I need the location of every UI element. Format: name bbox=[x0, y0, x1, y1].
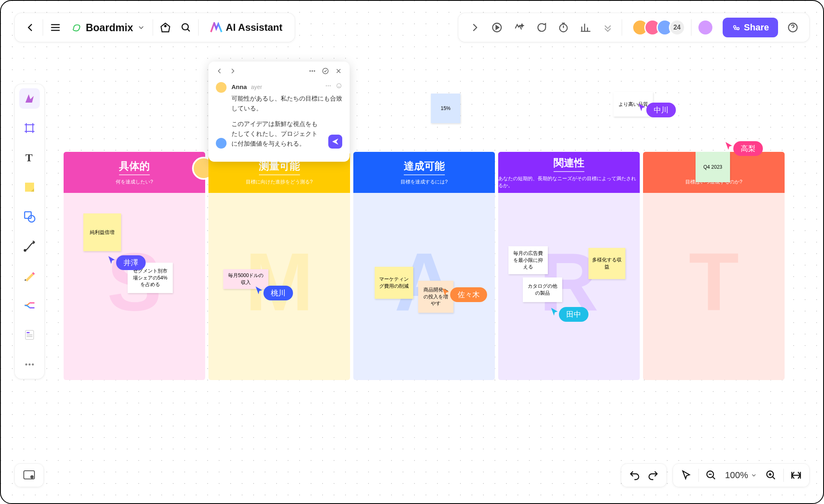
back-button[interactable] bbox=[21, 18, 40, 37]
tool-select[interactable] bbox=[19, 88, 40, 109]
svg-point-11 bbox=[24, 250, 26, 251]
svg-point-29 bbox=[330, 85, 331, 86]
avatar-extra: 24 bbox=[669, 19, 685, 36]
column-subtitle: 目標に向けた進捗をどう測る? bbox=[246, 179, 313, 186]
column-subtitle: あなたの短期的、長期的なニーズがその目標によって満たされるか。 bbox=[498, 175, 640, 189]
tool-text[interactable]: T bbox=[19, 147, 40, 168]
zoom-out-button[interactable] bbox=[702, 466, 720, 484]
sticky-note[interactable]: 15% bbox=[431, 94, 460, 123]
svg-point-17 bbox=[29, 364, 31, 366]
comment-emoji-icon[interactable] bbox=[336, 82, 342, 92]
search-button[interactable] bbox=[176, 18, 196, 37]
share-label: Share bbox=[744, 22, 769, 33]
column-s[interactable]: 具体的何を達成したい? S 純利益倍増 セグメント別市場シェアの54%を占める … bbox=[64, 152, 205, 380]
sticky-note[interactable]: 純利益倍増 bbox=[83, 213, 121, 251]
svg-point-26 bbox=[323, 68, 328, 74]
chart-icon[interactable] bbox=[576, 18, 595, 37]
svg-point-1 bbox=[182, 24, 188, 30]
brand-label: Boardmix bbox=[86, 22, 133, 34]
column-m[interactable]: 测量可能目標に向けた進捗をどう測る? M 毎月5000ドルの収入 桃川 bbox=[208, 152, 350, 380]
column-title: 達成可能 bbox=[404, 159, 445, 175]
ai-logo-icon bbox=[210, 22, 222, 33]
comment-close-icon[interactable] bbox=[335, 67, 342, 76]
tool-sticky[interactable] bbox=[19, 177, 40, 197]
comment-resolve-icon[interactable] bbox=[322, 67, 329, 76]
menu-button[interactable] bbox=[46, 18, 65, 37]
tool-pen[interactable] bbox=[19, 266, 40, 286]
sticky-note[interactable]: カタログの他の製品 bbox=[523, 277, 562, 302]
zoom-in-button[interactable] bbox=[762, 466, 780, 484]
tool-mindmap[interactable] bbox=[19, 295, 40, 316]
current-user-avatar[interactable] bbox=[697, 19, 714, 36]
tag-button[interactable] bbox=[156, 18, 175, 37]
ai-assistant-button[interactable]: AI Assistant bbox=[201, 22, 289, 33]
comment-author: Anna bbox=[231, 82, 247, 92]
tool-more[interactable] bbox=[19, 354, 40, 375]
column-title: 関連性 bbox=[554, 156, 584, 172]
left-toolbar: T bbox=[15, 84, 44, 379]
comment-next-icon[interactable] bbox=[229, 67, 236, 76]
comment-popup[interactable]: Anna ayer 可能性があるし、私たちの目標にも合致している。 このアイデア… bbox=[208, 62, 350, 162]
column-a[interactable]: 達成可能目標を達成するには? A 15% マーケティング費用の削減 商品開発への… bbox=[353, 152, 495, 380]
view-controls: 100% bbox=[673, 464, 809, 487]
svg-text:T: T bbox=[25, 152, 32, 164]
comment-text: 可能性があるし、私たちの目標にも合致している。 bbox=[231, 94, 342, 113]
comment-more-icon[interactable] bbox=[309, 67, 316, 76]
topbar-left: Boardmix AI Assistant bbox=[15, 13, 295, 42]
ai-assistant-label: AI Assistant bbox=[226, 22, 282, 33]
minimap-button[interactable] bbox=[15, 464, 43, 487]
column-t[interactable]: 期限目標はいつ達成するのか? T より高い品質 Q4 2023 中川 高梨 bbox=[643, 152, 785, 380]
svg-point-27 bbox=[326, 85, 327, 86]
comment-avatar bbox=[216, 82, 227, 93]
column-r[interactable]: 関連性あなたの短期的、長期的なニーズがその目標によって満たされるか。 R 毎月の… bbox=[498, 152, 640, 380]
column-subtitle: 目標を達成するには? bbox=[401, 179, 448, 186]
comment-time: ayer bbox=[251, 82, 262, 92]
comment-icon[interactable] bbox=[531, 18, 551, 37]
more-tools-icon[interactable] bbox=[598, 18, 618, 37]
bottom-right-controls: 100% bbox=[621, 464, 809, 487]
cursor-sasaki: 佐々木 bbox=[441, 282, 487, 302]
redo-button[interactable] bbox=[644, 466, 662, 484]
comment-send-button[interactable] bbox=[328, 135, 342, 149]
tool-connector[interactable] bbox=[19, 236, 40, 257]
brand[interactable]: Boardmix bbox=[66, 22, 150, 34]
sticky-note[interactable]: マーケティング費用の削減 bbox=[375, 267, 413, 299]
sticky-note[interactable]: 毎月の広告費を最小限に抑える bbox=[508, 246, 548, 274]
cursor-tanaka: 田中 bbox=[550, 302, 588, 322]
fit-view-button[interactable] bbox=[787, 466, 805, 484]
board[interactable]: 具体的何を達成したい? S 純利益倍増 セグメント別市場シェアの54%を占める … bbox=[64, 152, 785, 380]
cursor-takanashi: 高梨 bbox=[724, 136, 763, 156]
play-icon[interactable] bbox=[487, 18, 507, 37]
tool-shape[interactable] bbox=[19, 206, 40, 227]
svg-rect-13 bbox=[27, 332, 30, 333]
svg-point-25 bbox=[314, 71, 315, 72]
svg-point-28 bbox=[328, 85, 329, 86]
sticky-note[interactable]: Q4 2023 bbox=[696, 152, 730, 182]
sticky-note[interactable]: 多様化する収益 bbox=[588, 248, 625, 279]
comment-avatar bbox=[216, 138, 227, 149]
cursor-nakagawa: 中川 bbox=[637, 98, 676, 117]
toolbar-prev-icon[interactable] bbox=[465, 18, 485, 37]
zoom-level[interactable]: 100% bbox=[721, 470, 761, 481]
sparkle-icon[interactable] bbox=[509, 18, 529, 37]
tool-frame[interactable] bbox=[19, 118, 40, 138]
timer-icon[interactable] bbox=[554, 18, 573, 37]
undo-redo-group bbox=[621, 464, 666, 487]
undo-button[interactable] bbox=[625, 466, 643, 484]
svg-point-30 bbox=[337, 84, 341, 88]
comment-item-more-icon[interactable] bbox=[325, 82, 332, 92]
svg-rect-14 bbox=[27, 334, 32, 335]
svg-rect-15 bbox=[27, 336, 32, 337]
tool-document[interactable] bbox=[19, 325, 40, 345]
comment-reply-text[interactable]: このアイデアは新鮮な視点をもたしてくれたし、プロジェクトに付加価値を与えられる。 bbox=[231, 119, 323, 149]
cursor-izawa: 井澤 bbox=[107, 250, 146, 270]
share-button[interactable]: Share bbox=[723, 18, 778, 37]
svg-rect-9 bbox=[25, 212, 31, 218]
comment-prev-icon[interactable] bbox=[216, 67, 223, 76]
pointer-mode[interactable] bbox=[677, 466, 695, 484]
svg-point-24 bbox=[312, 71, 313, 72]
help-button[interactable] bbox=[783, 18, 803, 37]
column-title: 具体的 bbox=[119, 159, 150, 175]
cursor-momokawa: 桃川 bbox=[254, 281, 293, 300]
collaborator-avatars[interactable]: 24 bbox=[632, 19, 685, 36]
